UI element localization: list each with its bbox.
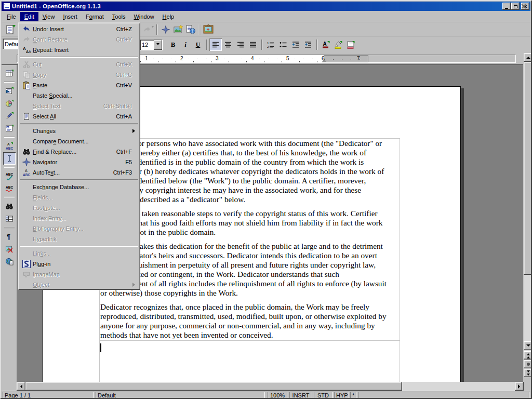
menubar-item-format[interactable]: Format (82, 12, 108, 21)
autospellcheck-button[interactable]: ABC (3, 182, 16, 195)
selection-mode[interactable]: STD (314, 392, 332, 399)
menubar-item-file[interactable]: File (3, 12, 20, 21)
form-functions-button[interactable] (3, 122, 16, 135)
increase-indent-button[interactable] (302, 38, 314, 51)
menu-item-find-replace[interactable]: Find & Replace...Ctrl+F (19, 147, 139, 157)
online-layout-button[interactable] (3, 255, 16, 268)
spellcheck-button[interactable]: ABC (3, 170, 16, 182)
zoom-level[interactable]: 100% (268, 392, 287, 399)
hyperlink-dialog-button[interactable] (184, 23, 197, 36)
size-dropdown-icon[interactable] (154, 40, 162, 50)
insert-fields-button[interactable] (3, 85, 16, 97)
hyperlink-mode[interactable]: HYP (334, 392, 349, 399)
close-document-icon[interactable] (521, 3, 527, 9)
document-paragraph[interactable]: Dedicator makes this dedication for the … (100, 242, 400, 298)
menu-item-plug-in[interactable]: Plug-in (19, 259, 139, 269)
insert-object-button[interactable] (3, 97, 16, 110)
document-text-area[interactable]: The person or persons who have associate… (100, 139, 400, 344)
paragraph-background-button[interactable] (344, 38, 357, 51)
menubar-item-edit[interactable]: Edit (20, 12, 38, 21)
menu-item-changes[interactable]: Changes (19, 126, 139, 136)
scroll-right-button[interactable] (515, 382, 524, 391)
find-replace-button[interactable] (3, 200, 16, 212)
italic-button[interactable]: i (179, 38, 192, 51)
menubar-item-help[interactable]: Help (158, 12, 179, 21)
menu-item-compare-document[interactable]: Compare Document... (19, 136, 139, 147)
menu-item-autotext[interactable]: AABCAutoText...Ctrl+F3 (19, 167, 139, 178)
menubar-item-view[interactable]: View (38, 12, 59, 21)
highlighting-button[interactable] (332, 38, 344, 51)
menu-item-can-t-restore[interactable]: Can't RestoreCtrl+Y (19, 34, 139, 45)
right-indent-marker[interactable] (322, 57, 327, 62)
document-paragraph[interactable]: The person or persons who have associate… (100, 139, 400, 204)
cut-icon (22, 60, 31, 69)
menu-item-imagemap[interactable]: ImageMap (19, 269, 139, 280)
svg-text:A: A (7, 142, 10, 146)
navigation-button[interactable] (524, 360, 532, 368)
menu-item-footnote[interactable]: Footnote... (19, 203, 139, 213)
ruler-number: 5 (286, 56, 289, 61)
svg-text:ABC: ABC (6, 172, 13, 176)
document-paragraph[interactable]: Dedicator recognizes that, once placed i… (100, 302, 400, 340)
gallery-button[interactable] (172, 23, 184, 36)
menu-item-exchange-database[interactable]: Exchange Database... (19, 182, 139, 192)
menubar-item-window[interactable]: Window (129, 12, 158, 21)
new-document-button[interactable] (4, 23, 17, 36)
horizontal-scrollbar-thumb[interactable] (25, 382, 402, 391)
gallery-icon (172, 24, 184, 35)
menu-item-bibliography-entry[interactable]: Bibliography Entry... (19, 223, 139, 234)
redo-dropdown-button[interactable] (142, 23, 154, 36)
decrease-indent-button[interactable] (289, 38, 302, 51)
autotext-button[interactable]: AABC (3, 140, 16, 152)
document-paragraph[interactable]: Certifier has taken reasonable steps to … (100, 209, 400, 237)
menu-item-links[interactable]: Links... (19, 248, 139, 259)
menu-item-index-entry[interactable]: Index Entry... (19, 213, 139, 223)
insert-mode[interactable]: INSRT (289, 392, 312, 399)
graphics-onoff-button[interactable] (3, 243, 16, 255)
menu-item-select-all[interactable]: Select AllCtrl+A (19, 111, 139, 122)
menubar-item-insert[interactable]: Insert (59, 12, 82, 21)
svg-text:ABC: ABC (6, 185, 13, 189)
menu-item-repeat-insert[interactable]: AAARepeat: Insert (19, 45, 139, 55)
align-left-button[interactable] (209, 38, 222, 51)
nonprinting-characters-button[interactable]: ¶ (3, 230, 16, 243)
bold-button[interactable]: B (167, 38, 179, 51)
numbering: 12 (267, 41, 275, 49)
title-bar[interactable]: Untitled1 - OpenOffice.org 1.1.3 ✕ (2, 2, 530, 11)
menu-item-cut[interactable]: CutCtrl+X (19, 59, 139, 70)
direct-cursor-button[interactable] (3, 152, 16, 165)
align-center-button[interactable] (222, 38, 234, 51)
data-sources-button[interactable] (3, 212, 16, 225)
menu-item-copy[interactable]: CopyCtrl+C (19, 70, 139, 80)
menu-shortcut: Ctrl+Z (116, 26, 138, 32)
numbering-button[interactable]: 12 (264, 38, 277, 51)
navigator-button[interactable] (159, 23, 172, 36)
menu-item-navigator[interactable]: NavigatorF5 (19, 157, 139, 167)
font-color-button[interactable]: A (320, 38, 332, 51)
menu-item-select-text[interactable]: Select TextCtrl+Shift+I (19, 101, 139, 111)
insert-table-button[interactable] (3, 67, 16, 79)
underline-button[interactable]: U (192, 38, 204, 51)
menu-item-paste[interactable]: PasteCtrl+V (19, 80, 139, 90)
picture-icon (203, 24, 214, 35)
align-right-button[interactable] (234, 38, 247, 51)
menu-item-hyperlink[interactable]: Hyperlink (19, 234, 139, 244)
menu-item-object[interactable]: Object (19, 280, 139, 290)
draw-functions-button[interactable] (3, 110, 16, 122)
restore-button[interactable] (511, 3, 520, 10)
menu-item-fields[interactable]: Fields... (19, 192, 139, 203)
menubar-item-tools[interactable]: Tools (108, 12, 130, 21)
scroll-up-button[interactable] (524, 53, 532, 62)
insert-graphics-button[interactable] (202, 23, 215, 36)
previous-page-button[interactable] (524, 351, 532, 360)
scroll-left-button[interactable] (17, 382, 25, 391)
justify-button[interactable] (247, 38, 259, 51)
next-page-button[interactable] (524, 369, 532, 377)
menu-item-paste-special[interactable]: Paste Special... (19, 90, 139, 101)
menu-item-undo-insert[interactable]: Undo: InsertCtrl+Z (19, 24, 139, 34)
scroll-down-button[interactable] (524, 341, 532, 350)
minimize-button[interactable] (502, 3, 511, 10)
bullets-button[interactable] (277, 38, 289, 51)
font-size-combo[interactable]: 12 (140, 39, 163, 50)
vertical-scrollbar-thumb[interactable] (524, 62, 532, 275)
